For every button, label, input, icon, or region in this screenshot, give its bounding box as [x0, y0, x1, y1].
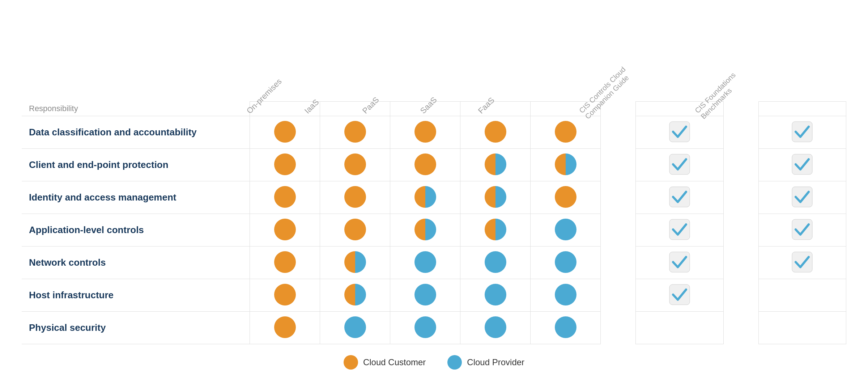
cell-iaas	[320, 181, 390, 214]
row-label-0: Data classification and accountability	[22, 116, 250, 149]
half-circle	[485, 186, 506, 208]
half-circle	[414, 219, 436, 240]
cell-on_premises	[250, 149, 320, 181]
cell-ref-cis_controls	[636, 149, 724, 181]
table-row: Physical security	[22, 312, 846, 344]
blue-circle	[485, 316, 506, 338]
cell-paas	[390, 214, 460, 247]
check-icon	[791, 251, 813, 273]
cell-faas	[531, 312, 601, 344]
cell-iaas	[320, 149, 390, 181]
row-label-3: Application-level controls	[22, 214, 250, 247]
cell-ref-cis_foundations	[758, 247, 846, 279]
cell-on_premises	[250, 247, 320, 279]
gap-cell-1	[601, 181, 636, 214]
half-circle	[344, 284, 366, 306]
orange-circle	[414, 153, 436, 175]
legend-customer: Cloud Customer	[344, 355, 426, 370]
orange-circle	[344, 153, 366, 175]
cell-saas	[460, 247, 531, 279]
cell-saas	[460, 181, 531, 214]
gap-cell-2	[723, 181, 758, 214]
legend-provider-label: Cloud Provider	[467, 357, 524, 367]
check-icon	[669, 251, 690, 273]
header-cis-foundations: CIS FoundationsBenchmarks	[644, 7, 731, 101]
blue-circle	[414, 251, 436, 273]
gap-cell-2	[723, 116, 758, 149]
gap-cell-2	[723, 149, 758, 181]
cell-ref-cis_foundations	[758, 279, 846, 312]
orange-circle	[274, 153, 296, 175]
half-circle	[414, 186, 436, 208]
half-circle	[555, 153, 576, 175]
blue-circle	[555, 251, 576, 273]
orange-circle	[414, 121, 436, 143]
orange-circle	[274, 251, 296, 273]
header-faas: FaaS	[441, 7, 499, 101]
legend-provider: Cloud Provider	[447, 355, 524, 370]
cell-faas	[531, 181, 601, 214]
orange-circle	[555, 186, 576, 208]
cell-paas	[390, 247, 460, 279]
blue-circle	[485, 284, 506, 306]
row-label-6: Physical security	[22, 312, 250, 344]
legend-provider-circle	[447, 355, 462, 370]
cell-saas	[460, 312, 531, 344]
orange-circle	[274, 219, 296, 240]
table-wrapper: On-premises IaaS PaaS SaaS FaaS CIS Cont…	[22, 7, 846, 370]
cell-ref-cis_controls	[636, 181, 724, 214]
cell-on_premises	[250, 214, 320, 247]
cell-saas	[460, 116, 531, 149]
half-circle	[485, 153, 506, 175]
blue-circle	[485, 251, 506, 273]
check-icon	[791, 121, 813, 143]
col-header-saas	[460, 102, 531, 116]
gap-cell-1	[601, 116, 636, 149]
gap-cell-2	[723, 312, 758, 344]
cell-paas	[390, 149, 460, 181]
col-header-cis-foundations	[758, 102, 846, 116]
header-iaas: IaaS	[268, 7, 326, 101]
gap-cell-1	[601, 279, 636, 312]
gap-cell-2	[723, 279, 758, 312]
blue-circle	[555, 284, 576, 306]
cell-saas	[460, 149, 531, 181]
orange-circle	[274, 284, 296, 306]
cell-ref-cis_controls	[636, 116, 724, 149]
col-gap2	[723, 102, 758, 116]
table-row: Application-level controls	[22, 214, 846, 247]
responsibility-header: Responsibility	[22, 102, 250, 116]
cell-iaas	[320, 312, 390, 344]
cell-ref-cis_controls	[636, 279, 724, 312]
cell-ref-cis_foundations	[758, 181, 846, 214]
blue-circle	[555, 316, 576, 338]
cell-paas	[390, 312, 460, 344]
legend-customer-label: Cloud Customer	[363, 357, 426, 367]
table-row: Host infrastructure	[22, 279, 846, 312]
cell-ref-cis_foundations	[758, 312, 846, 344]
cell-on_premises	[250, 279, 320, 312]
check-icon	[791, 219, 813, 240]
cell-saas	[460, 279, 531, 312]
header-cis-controls: CIS Controls CloudCompanion Guide	[528, 7, 615, 101]
page-container: On-premises IaaS PaaS SaaS FaaS CIS Cont…	[0, 0, 868, 375]
cell-iaas	[320, 214, 390, 247]
table-row: Network controls	[22, 247, 846, 279]
cell-on_premises	[250, 181, 320, 214]
cell-ref-cis_controls	[636, 312, 724, 344]
check-icon	[669, 186, 690, 208]
cell-iaas	[320, 247, 390, 279]
table-body: Data classification and accountability C…	[22, 116, 846, 344]
orange-circle	[274, 316, 296, 338]
header-saas: SaaS	[383, 7, 441, 101]
gap-cell-2	[723, 247, 758, 279]
cell-faas	[531, 149, 601, 181]
cell-ref-cis_controls	[636, 247, 724, 279]
cell-saas	[460, 214, 531, 247]
orange-circle	[344, 219, 366, 240]
row-label-2: Identity and access management	[22, 181, 250, 214]
row-label-5: Host infrastructure	[22, 279, 250, 312]
cell-paas	[390, 116, 460, 149]
legend: Cloud Customer Cloud Provider	[22, 355, 846, 370]
table-row: Client and end-point protection	[22, 149, 846, 181]
